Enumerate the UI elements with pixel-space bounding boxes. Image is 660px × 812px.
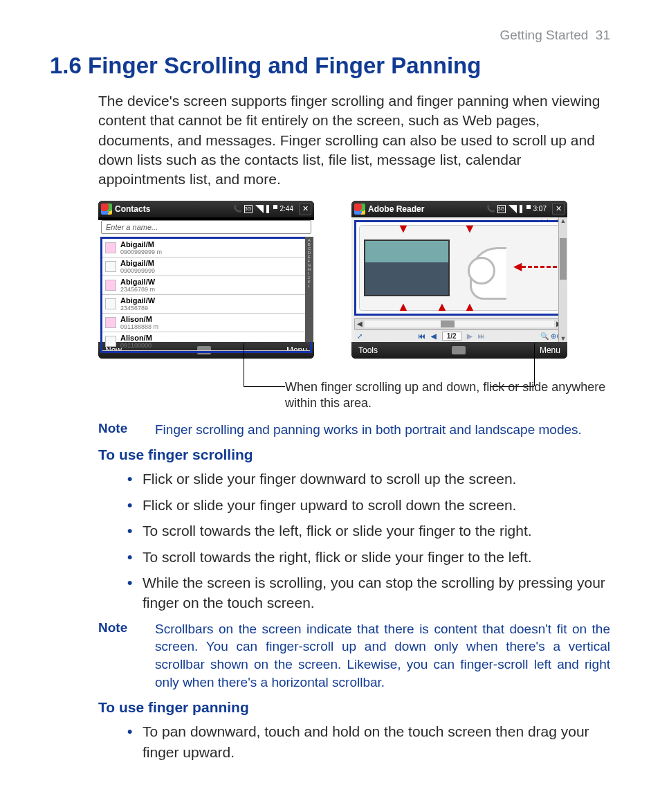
clock: 3:07: [533, 205, 547, 213]
speaker-icon: [520, 205, 531, 213]
contact-row: Abigail/M0900999999: [102, 258, 310, 276]
adobe-title: Adobe Reader: [368, 204, 424, 214]
arrow-down-icon: ▼: [397, 222, 410, 236]
close-icon: ✕: [552, 203, 565, 215]
contacts-search-input: Enter a name...: [101, 220, 311, 234]
section-title: 1.6 Finger Scrolling and Finger Panning: [50, 53, 610, 79]
bullet-item: To pan downward, touch and hold on the t…: [127, 721, 610, 762]
hand-illustration: [454, 240, 502, 296]
alpha-index-strip: ABCDEFGHIJKL: [305, 237, 313, 342]
scroll-heading: To use finger scrolling: [50, 446, 610, 463]
bullet-item: Flick or slide your finger downward to s…: [127, 469, 610, 489]
note-block: Note Scrollbars on the screen indicate t…: [50, 620, 610, 692]
contact-row: Alison/M091188888 m: [102, 314, 310, 332]
nav-first-icon: ⏮: [419, 332, 425, 340]
contact-icon: [105, 298, 116, 309]
scroll-up-icon: ▲: [559, 217, 567, 224]
contacts-list: Abigail/M0900999999 m Abigail/M090099999…: [100, 237, 312, 353]
page-indicator: 1/2: [442, 332, 461, 341]
arrow-up-icon: ▲: [464, 300, 476, 314]
vertical-scrollbar: ▲ ▼: [558, 217, 567, 342]
contacts-body: Enter a name... Abigail/M0900999999 m Ab…: [98, 220, 314, 342]
contact-row: Abigail/W23456789 m: [102, 276, 310, 295]
clock: 2:44: [280, 205, 293, 213]
contacts-title: Contacts: [115, 204, 150, 214]
signal-icon: [508, 205, 517, 213]
screenshot-row: Contacts 📞 3G 2:44 ✕ Enter a name... Abi…: [50, 201, 610, 359]
nav-prev-icon: ◀: [431, 332, 437, 340]
contact-icon: [105, 242, 116, 253]
note-label: Note: [98, 421, 136, 439]
page-header: Getting Started 31: [50, 28, 610, 43]
scroll-down-icon: ▼: [559, 335, 567, 342]
bullet-item: Flick or slide your finger upward to scr…: [127, 495, 610, 515]
pdf-nav-bar: ⤢ ⏮ ◀ 1/2 ▶ ⏭ 🔍 ⊕⊖: [354, 330, 565, 342]
arrow-left-dashed-icon: [522, 266, 563, 268]
view-mode-icon: ⤢: [357, 332, 363, 340]
arrow-up-icon: ▲: [397, 300, 410, 314]
network-icon: 3G: [244, 205, 253, 213]
device-illustration: ▼ ▼ ▲ ▲ ▲: [359, 225, 560, 311]
pan-heading: To use finger panning: [50, 699, 610, 716]
bullet-item: To scroll towards the right, flick or sl…: [127, 547, 610, 567]
contact-row: Abigail/W23456789: [102, 295, 310, 314]
status-icons: 📞 3G 2:44: [233, 205, 293, 213]
contact-icon: [105, 317, 116, 328]
phone-icon: 📞: [486, 205, 495, 213]
bullet-item: To scroll towards the left, flick or sli…: [127, 521, 610, 541]
softkey-tools: Tools: [358, 345, 378, 355]
note-text: Scrollbars on the screen indicate that t…: [155, 620, 610, 692]
horizontal-scrollbar: ◀ ▶: [354, 318, 565, 330]
manual-page: Getting Started 31 1.6 Finger Scrolling …: [0, 0, 660, 812]
softkey-menu: Menu: [540, 345, 560, 355]
nav-last-icon: ⏭: [478, 332, 485, 340]
contact-row: Abigail/M0900999999 m: [102, 239, 310, 258]
contact-icon: [105, 261, 116, 272]
close-icon: ✕: [299, 203, 311, 215]
keyboard-icon: [452, 346, 466, 354]
pan-bullet-list: To pan downward, touch and hold on the t…: [50, 721, 610, 762]
network-icon: 3G: [497, 205, 506, 213]
windows-logo-icon: [354, 204, 365, 215]
page-number: 31: [596, 28, 610, 42]
screenshot-caption: When finger scrolling up and down, flick…: [50, 363, 610, 414]
caption-text: When finger scrolling up and down, flick…: [285, 379, 610, 412]
windows-logo-icon: [101, 204, 112, 215]
scroll-left-icon: ◀: [355, 320, 365, 327]
phone-icon: 📞: [233, 205, 241, 213]
arrow-up-icon: ▲: [436, 300, 448, 314]
arrow-down-icon: ▼: [464, 222, 476, 236]
note-block: Note Finger scrolling and panning works …: [50, 421, 610, 439]
intro-paragraph: The device's screen supports finger scro…: [50, 91, 610, 190]
document-viewport: ▼ ▼ ▲ ▲ ▲: [354, 220, 565, 316]
note-text: Finger scrolling and panning works in bo…: [155, 421, 582, 439]
contact-row: Alison/M091100000: [102, 332, 310, 351]
section-name: Getting Started: [500, 28, 589, 42]
adobe-titlebar: Adobe Reader 📞 3G 3:07 ✕: [351, 201, 567, 217]
scroll-bullet-list: Flick or slide your finger downward to s…: [50, 469, 610, 613]
note-label: Note: [98, 620, 136, 692]
status-icons: 📞 3G 3:07: [486, 205, 547, 213]
adobe-screenshot: Adobe Reader 📞 3G 3:07 ✕ auto land: [351, 201, 567, 359]
signal-icon: [255, 205, 264, 213]
photo-thumbnail: [364, 240, 450, 296]
bullet-item: While the screen is scrolling, you can s…: [127, 572, 610, 613]
speaker-icon: [266, 205, 277, 213]
adobe-body: auto land ▼ ▼ ▲ ▲ ▲: [351, 217, 567, 342]
contact-icon: [105, 336, 116, 347]
contacts-titlebar: Contacts 📞 3G 2:44 ✕: [98, 201, 314, 217]
adobe-footer: Tools Menu: [351, 342, 567, 359]
contacts-screenshot: Contacts 📞 3G 2:44 ✕ Enter a name... Abi…: [98, 201, 314, 359]
contact-icon: [105, 280, 116, 291]
nav-next-icon: ▶: [467, 332, 473, 340]
